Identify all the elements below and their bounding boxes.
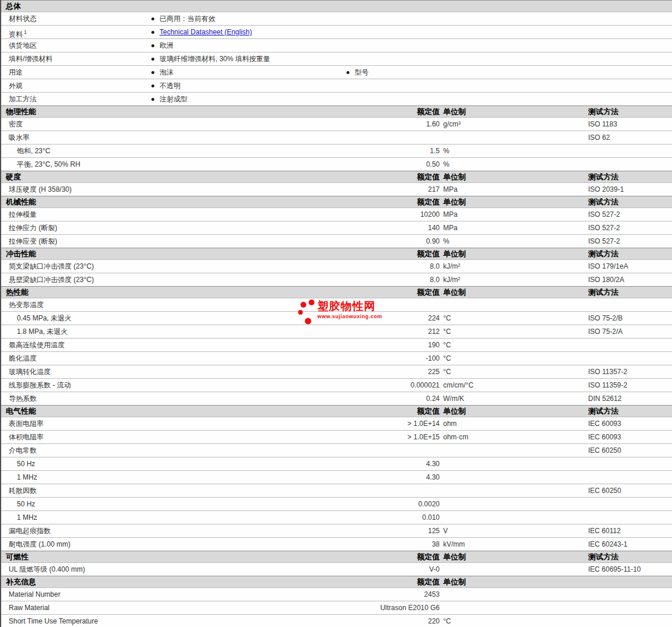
bullet-icon — [151, 44, 154, 47]
test-method: ISO 11359-2 — [588, 379, 627, 392]
property-unit: °C — [443, 325, 451, 338]
table-row: 用途泡沫型号 — [1, 65, 672, 79]
table-row: 最高连续使用温度190°C — [1, 338, 672, 351]
column-header-unit: 单位制 — [443, 576, 466, 587]
property-unit: % — [443, 145, 450, 157]
table-row: 耗散因数IEC 60250 — [1, 484, 672, 497]
table-row: 填料/增强材料玻璃纤维增强材料, 30% 填料按重量 — [1, 52, 672, 65]
column-header-value: 额定值 — [1, 106, 440, 117]
table-row: 简支梁缺口冲击强度 (23°C)8.0kJ/m²ISO 179/1eA — [1, 259, 672, 273]
property-value: 0.24 — [1, 392, 440, 405]
footnote-marker: 1 — [24, 29, 27, 35]
property-unit: MPa — [443, 183, 458, 196]
property-unit: °C — [443, 339, 451, 351]
column-header-unit: 单位制 — [443, 287, 466, 298]
table-row: 球压硬度 (H 358/30)217MPaISO 2039-1 — [1, 182, 672, 196]
bullet-item-text: 型号 — [355, 66, 369, 79]
property-value: 4.30 — [1, 457, 440, 470]
table-row: 供货地区欧洲 — [1, 38, 672, 52]
property-label: 材料状态 — [9, 12, 37, 25]
bullet-icon — [151, 84, 154, 87]
property-unit: ohm·cm — [443, 431, 468, 443]
column-header-unit: 单位制 — [443, 171, 466, 182]
property-value: > 1.0E+15 — [1, 431, 440, 443]
column-header-method: 测试方法 — [588, 551, 618, 562]
section-header: 补充信息额定值单位制 — [1, 576, 672, 587]
test-method: ISO 1183 — [588, 118, 617, 131]
column-header-unit: 单位制 — [443, 248, 466, 259]
property-unit: cm/cm/°C — [443, 379, 473, 392]
section-header: 可燃性额定值单位制测试方法 — [1, 551, 672, 562]
property-unit: ohm — [443, 417, 457, 430]
column-header-unit: 单位制 — [443, 406, 466, 417]
table-row: 1.8 MPa, 未退火212°CISO 75-2/A — [1, 325, 672, 338]
property-label: 热变形温度 — [9, 298, 44, 311]
property-value: -100 — [1, 352, 440, 365]
table-row: 耐电强度 (1.00 mm)38kV/mmIEC 60243-1 — [1, 537, 672, 551]
property-value: 125 — [1, 524, 440, 537]
bullet-item-text: 注射成型 — [160, 93, 188, 105]
technical-datasheet-link[interactable]: Technical Datasheet (English) — [160, 26, 252, 38]
test-method: ISO 11357-2 — [588, 365, 627, 378]
table-row: 材料状态已商用：当前有效 — [1, 12, 672, 25]
property-unit: kJ/m² — [443, 260, 460, 273]
property-unit: MPa — [443, 221, 458, 234]
section-header: 硬度额定值单位制测试方法 — [1, 171, 672, 182]
section-header: 物理性能额定值单位制测试方法 — [1, 105, 672, 117]
property-value: 2453 — [1, 588, 440, 601]
property-value: 0.50 — [1, 158, 440, 171]
test-method: IEC 60112 — [588, 524, 621, 537]
test-method: IEC 60250 — [588, 444, 621, 457]
table-row: 平衡, 23°C, 50% RH0.50% — [1, 157, 672, 171]
bullet-item-text: 玻璃纤维增强材料, 30% 填料按重量 — [160, 52, 270, 65]
property-unit: °C — [443, 365, 451, 378]
test-method: ISO 75-2/A — [588, 325, 623, 338]
test-method: IEC 60093 — [588, 431, 621, 443]
bullet-item-text: 泡沫 — [160, 66, 174, 79]
property-label: 外观 — [9, 79, 23, 92]
table-row: 玻璃转化温度225°CISO 11357-2 — [1, 365, 672, 378]
table-row: 50 Hz0.0020 — [1, 497, 672, 510]
bullet-icon — [151, 98, 154, 101]
table-row: 拉伸模量10200MPaISO 527-2 — [1, 207, 672, 221]
property-label: 介电常数 — [9, 444, 37, 457]
table-row: 拉伸应变 (断裂)0.90%ISO 527-2 — [1, 234, 672, 248]
property-label: 用途 — [9, 66, 23, 79]
property-label: 填料/增强材料 — [9, 52, 52, 65]
property-unit: % — [443, 235, 450, 248]
property-value: 190 — [1, 339, 440, 351]
column-header-method: 测试方法 — [588, 287, 618, 298]
column-header-method: 测试方法 — [588, 171, 618, 182]
property-value: 1.5 — [1, 145, 440, 157]
table-row: 导热系数0.24W/m/KDIN 52612 — [1, 392, 672, 405]
property-value: 140 — [1, 221, 440, 234]
table-row: 介电常数IEC 60250 — [1, 443, 672, 457]
table-row: 悬壁梁缺口冲击强度 (23°C)8.0kJ/m²ISO 180/2A — [1, 273, 672, 286]
table-row: 表面电阻率> 1.0E+14ohmIEC 60093 — [1, 417, 672, 430]
property-value: 217 — [1, 183, 440, 196]
column-header-value: 额定值 — [1, 248, 440, 259]
property-unit: °C — [443, 615, 451, 627]
section-header: 电气性能额定值单位制测试方法 — [1, 405, 672, 417]
section-header: 热性能额定值单位制测试方法 — [1, 286, 672, 298]
bullet-icon — [346, 71, 349, 74]
column-header-method: 测试方法 — [588, 196, 618, 207]
table-row: 拉伸应力 (断裂)140MPaISO 527-2 — [1, 221, 672, 234]
property-value: 224 — [1, 312, 440, 325]
table-row: 吸水率ISO 62 — [1, 131, 672, 144]
section-title: 总体 — [6, 1, 21, 12]
property-value: 10200 — [1, 208, 440, 221]
column-header-value: 额定值 — [1, 406, 440, 417]
test-method: IEC 60695-11-10 — [588, 563, 641, 576]
test-method: ISO 75-2/B — [588, 312, 623, 325]
test-method: IEC 60093 — [588, 417, 621, 430]
test-method: ISO 180/2A — [588, 273, 624, 286]
section-header: 机械性能额定值单位制测试方法 — [1, 196, 672, 207]
column-header-unit: 单位制 — [443, 106, 466, 117]
property-value: 0.90 — [1, 235, 440, 248]
property-unit: V — [443, 524, 448, 537]
column-header-value: 额定值 — [1, 576, 440, 587]
column-header-unit: 单位制 — [443, 196, 466, 207]
table-row: 热变形温度 — [1, 298, 672, 311]
property-value: V-0 — [1, 563, 440, 576]
